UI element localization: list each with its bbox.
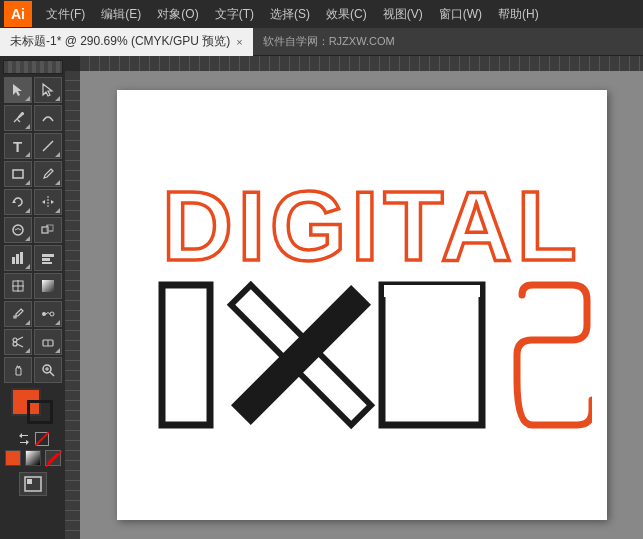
gradient-icon bbox=[41, 279, 55, 293]
scissors-icon bbox=[11, 335, 25, 349]
rect-tool[interactable] bbox=[4, 161, 32, 187]
menu-effect[interactable]: 效果(C) bbox=[318, 0, 375, 28]
svg-line-3 bbox=[43, 141, 53, 151]
stroke-color-box[interactable] bbox=[27, 400, 53, 424]
direct-select-tool[interactable] bbox=[34, 77, 62, 103]
gradient-button[interactable] bbox=[25, 450, 41, 466]
zoom-tool[interactable] bbox=[34, 357, 62, 383]
graph-icon bbox=[11, 251, 25, 265]
toolbar-ruler bbox=[3, 60, 63, 74]
svg-rect-44 bbox=[382, 285, 482, 425]
blend-tool[interactable] bbox=[34, 301, 62, 327]
curvature-tool[interactable] bbox=[34, 105, 62, 131]
reflect-tool[interactable] bbox=[34, 189, 62, 215]
artboard[interactable]: DIGITAL bbox=[117, 90, 607, 520]
tool-row-4 bbox=[3, 161, 63, 187]
swap-colors-icon[interactable] bbox=[17, 432, 31, 446]
tool-row-2 bbox=[3, 105, 63, 131]
color-section bbox=[3, 388, 63, 496]
svg-line-33 bbox=[50, 372, 54, 376]
zoom-icon bbox=[41, 363, 55, 377]
svg-rect-39 bbox=[27, 479, 32, 484]
menu-help[interactable]: 帮助(H) bbox=[490, 0, 547, 28]
pen-icon bbox=[11, 111, 25, 125]
svg-line-37 bbox=[46, 451, 62, 467]
hand-tool[interactable] bbox=[4, 357, 32, 383]
svg-point-9 bbox=[13, 225, 23, 235]
svg-rect-41 bbox=[162, 285, 210, 425]
tool-row-11 bbox=[3, 357, 63, 383]
eraser-icon bbox=[41, 335, 55, 349]
left-toolbar: T bbox=[0, 56, 65, 539]
svg-rect-19 bbox=[42, 262, 52, 264]
menu-select[interactable]: 选择(S) bbox=[262, 0, 318, 28]
screen-mode-button[interactable] bbox=[19, 472, 47, 496]
eyedropper-tool[interactable] bbox=[4, 301, 32, 327]
watermark-text: 软件自学网：RJZXW.COM bbox=[263, 34, 395, 49]
menu-view[interactable]: 视图(V) bbox=[375, 0, 431, 28]
svg-rect-15 bbox=[16, 254, 19, 264]
type-tool[interactable]: T bbox=[4, 133, 32, 159]
menu-object[interactable]: 对象(O) bbox=[149, 0, 206, 28]
main-area: T bbox=[0, 56, 643, 539]
select-tool[interactable] bbox=[4, 77, 32, 103]
svg-rect-4 bbox=[13, 170, 23, 178]
menu-edit[interactable]: 编辑(E) bbox=[93, 0, 149, 28]
menu-window[interactable]: 窗口(W) bbox=[431, 0, 490, 28]
tab-bar: 未标题-1* @ 290.69% (CMYK/GPU 预览) × 软件自学网：R… bbox=[0, 28, 643, 56]
graph-tool[interactable] bbox=[4, 245, 32, 271]
paintbrush-icon bbox=[41, 167, 55, 181]
none-button[interactable] bbox=[45, 450, 61, 466]
tool-row-8 bbox=[3, 273, 63, 299]
app-logo: Ai bbox=[4, 1, 32, 27]
gradient-tool[interactable] bbox=[34, 273, 62, 299]
svg-rect-45 bbox=[384, 285, 480, 297]
warp-tool[interactable] bbox=[4, 217, 32, 243]
menu-bar: Ai 文件(F) 编辑(E) 对象(O) 文字(T) 选择(S) 效果(C) 视… bbox=[0, 0, 643, 28]
mesh-tool[interactable] bbox=[4, 273, 32, 299]
scissors-tool[interactable] bbox=[4, 329, 32, 355]
rect-icon bbox=[11, 167, 25, 181]
svg-line-28 bbox=[17, 337, 23, 340]
canvas-area[interactable]: DIGITAL bbox=[65, 56, 643, 539]
svg-rect-42 bbox=[230, 285, 370, 425]
line-tool[interactable] bbox=[34, 133, 62, 159]
bar-graph-tool[interactable] bbox=[34, 245, 62, 271]
menu-file[interactable]: 文件(F) bbox=[38, 0, 93, 28]
svg-marker-8 bbox=[51, 200, 54, 204]
mesh-icon bbox=[11, 279, 25, 293]
select-icon bbox=[11, 83, 25, 97]
bar-graph-icon bbox=[41, 251, 55, 265]
eraser-tool[interactable] bbox=[34, 329, 62, 355]
svg-point-2 bbox=[21, 112, 24, 115]
solid-color-button[interactable] bbox=[5, 450, 21, 466]
rotate-tool[interactable] bbox=[4, 189, 32, 215]
svg-rect-18 bbox=[42, 258, 50, 261]
tool-row-1 bbox=[3, 77, 63, 103]
pen-tool[interactable] bbox=[4, 105, 32, 131]
tool-row-3: T bbox=[3, 133, 63, 159]
tool-row-9 bbox=[3, 301, 63, 327]
eyedropper-icon bbox=[11, 307, 25, 321]
svg-marker-7 bbox=[42, 200, 45, 204]
blend-icon bbox=[41, 307, 55, 321]
tool-row-6 bbox=[3, 217, 63, 243]
menu-type[interactable]: 文字(T) bbox=[207, 0, 262, 28]
screen-mode-icon bbox=[24, 476, 42, 492]
tab-close-button[interactable]: × bbox=[236, 36, 242, 48]
paintbrush-tool[interactable] bbox=[34, 161, 62, 187]
svg-text:DIGITAL: DIGITAL bbox=[162, 171, 582, 281]
direct-select-icon bbox=[41, 83, 55, 97]
curvature-icon bbox=[41, 111, 55, 125]
ruler-left bbox=[65, 71, 80, 539]
none-color-icon[interactable] bbox=[35, 432, 49, 446]
active-document-tab[interactable]: 未标题-1* @ 290.69% (CMYK/GPU 预览) × bbox=[0, 28, 253, 56]
color-swatches bbox=[11, 388, 55, 426]
hand-icon bbox=[11, 363, 25, 377]
tool-row-5 bbox=[3, 189, 63, 215]
svg-marker-1 bbox=[43, 84, 52, 96]
ruler-top bbox=[65, 56, 643, 71]
scale-tool[interactable] bbox=[34, 217, 62, 243]
color-mode-buttons bbox=[5, 450, 61, 466]
svg-rect-14 bbox=[12, 257, 15, 264]
